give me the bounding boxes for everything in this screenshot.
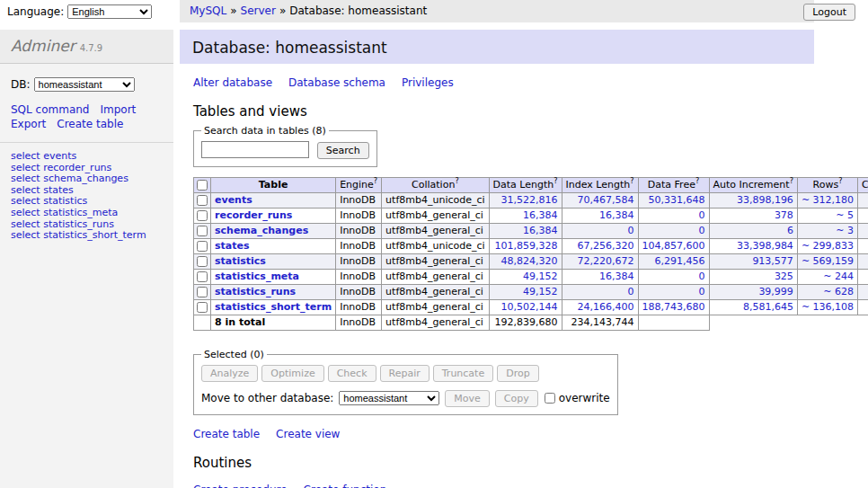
routines-links-link[interactable]: Create procedure — [193, 484, 288, 488]
sidebar-op-link[interactable]: Export — [11, 118, 46, 130]
rows-link[interactable]: ~ 299,833 — [802, 240, 854, 252]
table-name-link[interactable]: schema_changes — [215, 225, 308, 236]
repair-button[interactable]: Repair — [380, 365, 430, 382]
page-title: Database: homeassistant — [180, 30, 814, 64]
index-length-link[interactable]: 16,384 — [599, 271, 634, 282]
auto-increment-link[interactable]: 33,898,196 — [737, 194, 793, 206]
search-button[interactable]: Search — [317, 142, 369, 159]
data-length-link[interactable]: 16,384 — [523, 209, 558, 221]
sidebar-op-link[interactable]: Import — [100, 103, 136, 116]
column-help-link[interactable]: ? — [790, 177, 793, 185]
column-help-link[interactable]: ? — [554, 177, 557, 185]
below-table-links-link[interactable]: Create view — [276, 428, 340, 440]
data-length-link[interactable]: 10,502,144 — [501, 301, 558, 313]
auto-increment-link[interactable]: 33,398,984 — [737, 240, 793, 252]
index-length-link[interactable]: 70,467,584 — [578, 194, 634, 206]
rows-link[interactable]: ~ 136,108 — [802, 301, 854, 313]
analyze-button[interactable]: Analyze — [201, 365, 258, 382]
auto-increment-link[interactable]: 39,999 — [758, 286, 793, 297]
auto-increment-link[interactable]: 378 — [775, 209, 793, 221]
column-help-link[interactable]: ? — [630, 177, 633, 185]
table-name-link[interactable]: statistics — [215, 255, 266, 267]
adminer-logo-link[interactable]: Adminer — [11, 37, 75, 55]
index-length-link[interactable]: 16,384 — [599, 209, 634, 221]
column-help-link[interactable]: ? — [838, 177, 842, 185]
breadcrumb-link-mysql[interactable]: MySQL — [190, 4, 226, 17]
row-checkbox-cell — [194, 253, 211, 269]
main-links-link[interactable]: Privileges — [402, 76, 454, 89]
row-checkbox[interactable] — [197, 256, 208, 267]
copy-button[interactable]: Copy — [495, 390, 538, 407]
logout-button[interactable]: Logout — [803, 4, 855, 21]
data-length-link[interactable]: 16,384 — [523, 225, 558, 236]
rows-link[interactable]: ~ 312,180 — [802, 194, 854, 206]
data-length-link[interactable]: 48,824,320 — [501, 255, 558, 267]
index-length-link[interactable]: 24,166,400 — [578, 301, 634, 313]
rows-link[interactable]: ~ 5 — [836, 209, 854, 221]
column-help-link[interactable]: ? — [374, 177, 377, 185]
rows-link[interactable]: ~ 3 — [836, 225, 854, 236]
row-checkbox[interactable] — [197, 241, 208, 252]
table-name-link[interactable]: recorder_runs — [215, 209, 292, 221]
row-checkbox[interactable] — [197, 271, 208, 282]
table-name-link[interactable]: states — [215, 240, 250, 252]
row-checkbox[interactable] — [197, 195, 208, 206]
table-name-link[interactable]: statistics_short_term — [215, 301, 332, 313]
column-help-link[interactable]: ? — [695, 177, 699, 185]
language-select[interactable]: English — [67, 4, 152, 19]
truncate-button[interactable]: Truncate — [433, 365, 493, 382]
move-button[interactable]: Move — [445, 390, 490, 407]
main-links-link[interactable]: Database schema — [288, 76, 385, 89]
main-links-link[interactable]: Alter database — [193, 76, 272, 89]
sidebar-table-link[interactable]: select events — [11, 151, 163, 163]
auto-increment-link[interactable]: 8,581,645 — [743, 301, 793, 313]
index-length-link[interactable]: 0 — [628, 225, 634, 236]
rows-link[interactable]: ~ 244 — [823, 271, 854, 282]
row-checkbox[interactable] — [197, 302, 208, 313]
sidebar-op-link[interactable]: SQL command — [11, 103, 89, 116]
sidebar-table-link[interactable]: select statistics_meta — [11, 208, 163, 219]
auto-increment-link[interactable]: 325 — [775, 271, 793, 282]
data-length-link[interactable]: 49,152 — [523, 286, 558, 297]
drop-button[interactable]: Drop — [497, 365, 538, 382]
data-length-link[interactable]: 49,152 — [523, 271, 558, 282]
overwrite-checkbox[interactable] — [545, 393, 555, 404]
row-checkbox[interactable] — [197, 287, 208, 297]
row-checkbox[interactable] — [197, 210, 208, 221]
sidebar-table-link[interactable]: select statistics_short_term — [11, 230, 163, 242]
db-select[interactable]: homeassistant — [34, 77, 135, 92]
data-length-link[interactable]: 31,522,816 — [501, 194, 558, 206]
data-free-link[interactable]: 0 — [699, 271, 705, 282]
sidebar-op-link[interactable]: Create table — [57, 118, 123, 130]
sidebar-table-link[interactable]: select schema_changes — [11, 173, 163, 185]
data-free-link[interactable]: 0 — [699, 286, 705, 297]
data-free-link[interactable]: 104,857,600 — [642, 240, 705, 252]
row-checkbox[interactable] — [197, 226, 208, 236]
search-input[interactable] — [201, 141, 309, 158]
data-free-link[interactable]: 0 — [699, 209, 705, 221]
check-button[interactable]: Check — [328, 365, 376, 382]
column-help-link[interactable]: ? — [455, 177, 458, 185]
rows-link[interactable]: ~ 569,159 — [802, 255, 854, 267]
table-name-link[interactable]: events — [215, 194, 252, 206]
auto-increment-link[interactable]: 913,577 — [752, 255, 793, 267]
data-free-link[interactable]: 50,331,648 — [649, 194, 705, 206]
data-length-link[interactable]: 101,859,328 — [495, 240, 558, 252]
table-name-link[interactable]: statistics_runs — [215, 286, 296, 297]
check-all-checkbox[interactable] — [197, 180, 208, 191]
move-db-select[interactable]: homeassistant — [339, 391, 439, 405]
below-table-links-link[interactable]: Create table — [193, 428, 260, 440]
auto-increment-link[interactable]: 6 — [787, 225, 793, 236]
breadcrumb-link-server[interactable]: Server — [241, 4, 276, 17]
routines-links-link[interactable]: Create function — [304, 484, 387, 488]
data-free-link[interactable]: 188,743,680 — [642, 301, 705, 313]
index-length-link[interactable]: 67,256,320 — [578, 240, 634, 252]
optimize-button[interactable]: Optimize — [261, 365, 323, 382]
rows-cell: ~ 569,159 — [797, 253, 857, 269]
rows-link[interactable]: ~ 628 — [823, 286, 854, 297]
data-free-link[interactable]: 6,291,456 — [655, 255, 705, 267]
table-name-link[interactable]: statistics_meta — [215, 271, 299, 282]
index-length-link[interactable]: 0 — [628, 286, 634, 297]
index-length-link[interactable]: 72,220,672 — [578, 255, 634, 267]
data-free-link[interactable]: 0 — [699, 225, 705, 236]
